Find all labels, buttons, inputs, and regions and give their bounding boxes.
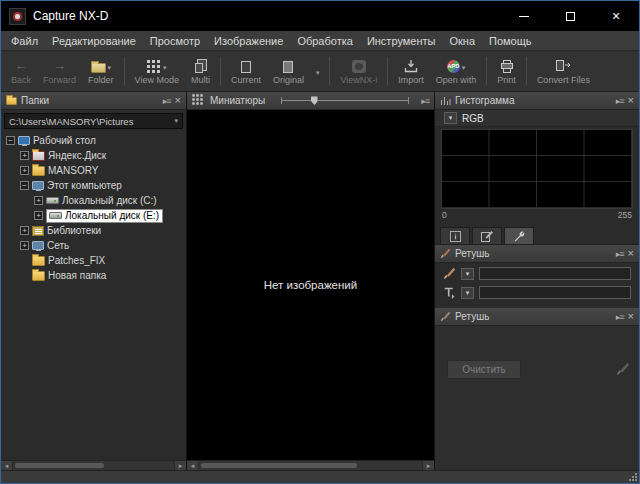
original-page-icon xyxy=(283,61,293,73)
thumbnails-panel: Миниатюры ▸≡ Нет изображений ◂ ▸ xyxy=(187,92,435,470)
menu-help[interactable]: Помощь xyxy=(482,33,539,49)
expand-icon[interactable]: + xyxy=(20,166,29,175)
close-button[interactable]: × xyxy=(593,1,639,31)
tree-item-mansory[interactable]: + MANSORY xyxy=(1,163,186,178)
open-with-button[interactable]: APD▾ Open with xyxy=(430,56,483,87)
tree-item-new-folder[interactable]: Новая папка xyxy=(1,268,186,283)
collapse-icon[interactable]: − xyxy=(6,136,15,145)
window-controls: × xyxy=(501,1,639,31)
folder-icon xyxy=(32,166,45,176)
menu-file[interactable]: Файл xyxy=(4,33,45,49)
brush-value-field[interactable] xyxy=(479,267,631,280)
panel-close-icon[interactable]: × xyxy=(628,248,634,259)
scrollbar-thumb[interactable] xyxy=(201,463,357,468)
tree-item-network[interactable]: + Сеть xyxy=(1,238,186,253)
dropdown-icon: ▾ xyxy=(108,63,112,73)
expand-icon[interactable]: + xyxy=(20,241,29,250)
folders-horizontal-scrollbar[interactable]: ◂ ▸ xyxy=(1,460,186,470)
panel-close-icon[interactable]: × xyxy=(175,95,181,106)
tree-item-this-pc[interactable]: − Этот компьютер xyxy=(1,178,186,193)
folder-path-bar[interactable]: C:\Users\MANSORY\Pictures ▾ xyxy=(4,113,183,129)
channel-dropdown[interactable]: ▾ xyxy=(444,112,457,124)
spacer xyxy=(435,301,639,308)
scroll-right-icon[interactable]: ▸ xyxy=(422,461,434,470)
menu-image[interactable]: Изображение xyxy=(207,33,290,49)
maximize-button[interactable] xyxy=(547,1,593,31)
menu-view[interactable]: Просмотр xyxy=(143,33,207,49)
tree-item-desktop[interactable]: − Рабочий стол xyxy=(1,133,186,148)
tree-item-disk-c[interactable]: + Локальный диск (C:) xyxy=(1,193,186,208)
expand-icon[interactable]: + xyxy=(20,151,29,160)
scrollbar-track[interactable] xyxy=(199,461,422,470)
scroll-right-icon[interactable]: ▸ xyxy=(174,461,186,470)
brush-option-dropdown[interactable]: ▾ xyxy=(461,268,474,280)
tree-item-label: Сеть xyxy=(47,240,69,251)
tab-info[interactable] xyxy=(440,227,470,244)
toolbar-separator xyxy=(329,57,330,85)
wrench-icon xyxy=(513,230,526,243)
expand-icon[interactable]: + xyxy=(34,196,43,205)
resize-grip-icon[interactable] xyxy=(628,472,637,481)
tree-item-libraries[interactable]: + Библиотеки xyxy=(1,223,186,238)
current-page-icon xyxy=(241,61,251,73)
scroll-left-icon[interactable]: ◂ xyxy=(187,461,199,470)
menu-edit[interactable]: Редактирование xyxy=(45,33,143,49)
back-icon: ← xyxy=(15,59,28,73)
tree-item-patches-fix[interactable]: Patches_FIX xyxy=(1,253,186,268)
scroll-left-icon[interactable]: ◂ xyxy=(1,461,13,470)
selected-item-box[interactable]: Локальный диск (E:) xyxy=(46,209,163,223)
folders-panel: Папки ▸≡ × C:\Users\MANSORY\Pictures ▾ −… xyxy=(1,92,187,470)
slider-track[interactable] xyxy=(282,100,408,101)
panel-close-icon[interactable]: × xyxy=(628,311,634,322)
viewnx-button[interactable]: ViewNX-i xyxy=(334,56,383,87)
import-label: Import xyxy=(398,75,424,85)
folder-icon xyxy=(91,63,106,73)
menu-process[interactable]: Обработка xyxy=(290,33,359,49)
tree-item-disk-e-selected[interactable]: + Локальный диск (E:) xyxy=(1,208,186,223)
collapse-icon[interactable]: − xyxy=(20,181,29,190)
panel-menu-icon[interactable]: ▸≡ xyxy=(421,96,429,106)
app-window: Capture NX-D × Файл Редактирование Просм… xyxy=(0,0,640,484)
tree-item-label: Этот компьютер xyxy=(47,180,122,191)
retouch-brush-icon[interactable] xyxy=(616,362,630,376)
minimize-button[interactable] xyxy=(501,1,547,31)
view-mode-button[interactable]: ▾ View Mode xyxy=(129,56,185,87)
panel-menu-icon[interactable]: ▸≡ xyxy=(616,96,624,106)
panel-menu-icon[interactable]: ▸≡ xyxy=(616,249,624,259)
tree-item-label: Локальный диск (C:) xyxy=(62,195,157,206)
scrollbar-thumb[interactable] xyxy=(15,463,104,468)
tab-edit[interactable] xyxy=(472,227,502,244)
forward-icon: → xyxy=(53,59,66,73)
menu-tools[interactable]: Инструменты xyxy=(360,33,443,49)
print-button[interactable]: Print xyxy=(491,56,522,87)
menu-windows[interactable]: Окна xyxy=(442,33,482,49)
info-icon xyxy=(450,231,461,242)
forward-button[interactable]: → Forward xyxy=(37,56,82,87)
compare-dropdown-button[interactable]: ▾ xyxy=(310,61,326,82)
convert-files-button[interactable]: Convert Files xyxy=(531,56,596,87)
tree-item-yandex-disk[interactable]: + Яндекс.Диск xyxy=(1,148,186,163)
original-button[interactable]: Original xyxy=(267,56,310,87)
slider-thumb[interactable] xyxy=(311,96,318,105)
tool-option-dropdown[interactable]: ▾ xyxy=(461,287,474,299)
tree-item-label: Библиотеки xyxy=(47,225,101,236)
multi-label: Multi xyxy=(191,75,210,85)
import-button[interactable]: Import xyxy=(392,56,430,87)
thumbnail-size-slider[interactable] xyxy=(281,97,409,104)
expand-icon[interactable]: + xyxy=(34,211,43,220)
tool-value-field[interactable] xyxy=(479,286,631,299)
panel-close-icon[interactable]: × xyxy=(628,95,634,106)
current-button[interactable]: Current xyxy=(225,56,267,87)
expand-icon[interactable]: + xyxy=(20,226,29,235)
thumbnails-horizontal-scrollbar[interactable]: ◂ ▸ xyxy=(187,460,434,470)
tab-retouch-tools[interactable] xyxy=(504,227,534,244)
scrollbar-track[interactable] xyxy=(13,461,174,470)
toolbar-separator xyxy=(486,57,487,85)
multi-button[interactable]: Multi xyxy=(185,56,216,87)
panel-menu-icon[interactable]: ▸≡ xyxy=(163,96,171,106)
clear-button[interactable]: Очистить xyxy=(447,360,521,379)
panel-menu-icon[interactable]: ▸≡ xyxy=(616,312,624,322)
back-button[interactable]: ← Back xyxy=(5,56,37,87)
thumbnails-grid-icon xyxy=(192,94,194,96)
folder-button[interactable]: ▾ Folder xyxy=(82,56,120,87)
